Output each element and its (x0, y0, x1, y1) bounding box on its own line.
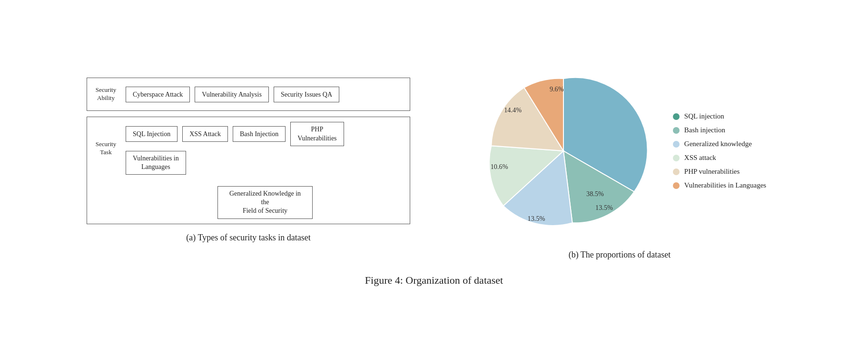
generalized-knowledge-box: Generalized Knowledge in theField of Sec… (217, 186, 313, 219)
security-issues-qa-box: Security Issues QA (274, 87, 339, 103)
ability-label: SecurityAbility (93, 86, 119, 102)
main-container: SecurityAbility Cyberspace Attack Vulner… (0, 60, 868, 287)
legend-xss: XSS attack (673, 154, 766, 162)
pie-chart-area: 38.5% 13.5% 13.5% 10.6% 14.4% 9.6% SQL i… (473, 60, 766, 241)
sql-injection-box: SQL Injection (126, 126, 178, 142)
main-caption: Figure 4: Organization of dataset (365, 274, 503, 287)
figure-left: SecurityAbility Cyberspace Attack Vulner… (77, 78, 420, 242)
label-php: 14.4% (504, 106, 522, 114)
bash-injection-box: Bash Injection (233, 126, 286, 142)
legend-php-dot (673, 169, 680, 175)
figure-right: 38.5% 13.5% 13.5% 10.6% 14.4% 9.6% SQL i… (448, 60, 791, 260)
legend-vuln: Vulnerabilities in Languages (673, 181, 766, 189)
ability-boxes: Cyberspace Attack Vulnerability Analysis… (126, 87, 339, 103)
legend-sql: SQL injection (673, 112, 766, 120)
figure-b-caption: (b) The proportions of dataset (569, 250, 671, 260)
legend-bash-label: Bash injection (684, 126, 725, 134)
pie-chart: 38.5% 13.5% 13.5% 10.6% 14.4% 9.6% (473, 60, 654, 241)
label-vuln: 9.6% (550, 85, 564, 93)
legend-generalized-label: Generalized knowledge (684, 140, 752, 148)
xss-attack-box: XSS Attack (182, 126, 228, 142)
label-generalized: 13.5% (527, 215, 545, 222)
label-xss: 10.6% (490, 163, 508, 170)
legend-bash-dot (673, 127, 680, 134)
ability-row: SecurityAbility Cyberspace Attack Vulner… (87, 78, 410, 111)
vulnerabilities-in-languages-box: Vulnerabilities inLanguages (126, 151, 186, 175)
legend-generalized: Generalized knowledge (673, 140, 766, 148)
figure-a-caption: (a) Types of security tasks in dataset (186, 233, 310, 243)
figures-row: SecurityAbility Cyberspace Attack Vulner… (0, 60, 868, 260)
legend-vuln-dot (673, 182, 680, 189)
legend-xss-label: XSS attack (684, 154, 716, 162)
legend-generalized-dot (673, 141, 680, 148)
legend-sql-label: SQL injection (684, 112, 724, 120)
label-sql: 38.5% (586, 190, 604, 198)
legend: SQL injection Bash injection Generalized… (673, 112, 766, 189)
task-row: SecurityTask SQL Injection XSS Attack Ba… (87, 117, 410, 224)
legend-vuln-label: Vulnerabilities in Languages (684, 181, 766, 189)
cyberspace-attack-box: Cyberspace Attack (126, 87, 190, 103)
legend-sql-dot (673, 113, 680, 120)
task-boxes: SQL Injection XSS Attack Bash Injection … (126, 122, 404, 175)
diagram-container: SecurityAbility Cyberspace Attack Vulner… (87, 78, 410, 224)
label-bash: 13.5% (595, 204, 613, 211)
php-vulnerabilities-box: PHPVulnerabilities (290, 122, 344, 146)
legend-php: PHP vulnerabilities (673, 168, 766, 176)
vulnerability-analysis-box: Vulnerability Analysis (195, 87, 269, 103)
task-label: SecurityTask (93, 140, 119, 157)
legend-php-label: PHP vulnerabilities (684, 168, 740, 176)
legend-bash: Bash injection (673, 126, 766, 134)
legend-xss-dot (673, 155, 680, 161)
